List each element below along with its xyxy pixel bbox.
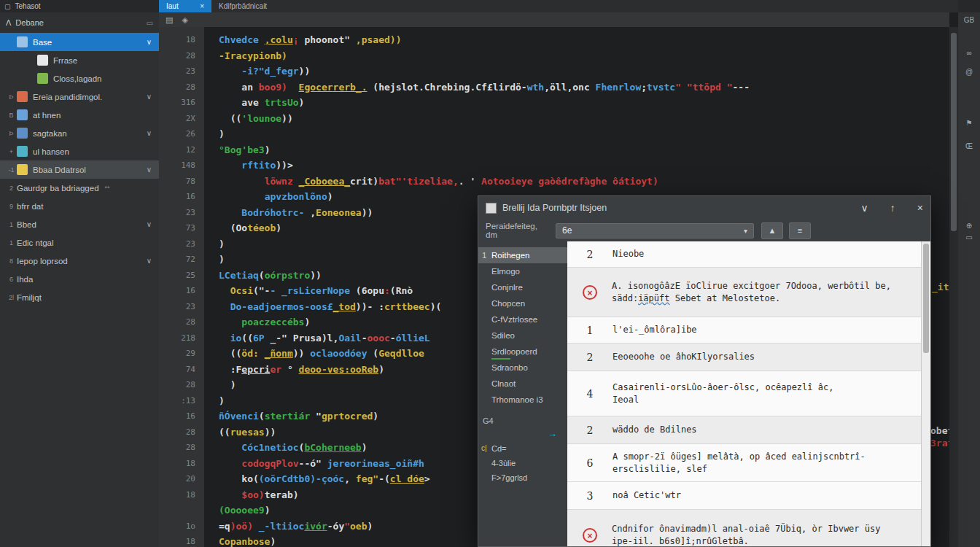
dialog-category-item[interactable]: Trhomanoe i3: [478, 392, 567, 408]
code-line[interactable]: 23 -i?"d_fegr)): [159, 63, 949, 79]
line-number: 2X: [159, 111, 204, 127]
dialog-scrollbar-thumb[interactable]: [923, 244, 929, 353]
sidebar-item[interactable]: Base∨: [0, 33, 159, 51]
chevron-down-icon[interactable]: ∨: [147, 93, 152, 101]
filter-dropdown[interactable]: 6e ▾: [556, 223, 754, 238]
sidebar-item[interactable]: 8Iepop loprsod∨: [0, 252, 159, 270]
list-icon[interactable]: ▤: [166, 15, 173, 25]
tab-strip: Iaut × Kdifprbädnicait: [159, 0, 958, 12]
result-row[interactable]: 2Eeoeoohe oe âhoKIlyorsalies: [567, 344, 922, 371]
collapse-icon[interactable]: ∨: [861, 202, 868, 214]
line-number: 26: [159, 126, 204, 142]
sidebar-item[interactable]: 9bfrr dat: [0, 197, 159, 215]
oe-icon[interactable]: Œ: [958, 142, 980, 150]
code-line[interactable]: 316 ave trtsUo): [159, 95, 949, 111]
editor-scrollbar-thumb[interactable]: [951, 33, 957, 231]
filter-icon-button[interactable]: ▲: [761, 222, 783, 239]
tab-close-icon[interactable]: ×: [200, 2, 204, 10]
result-row[interactable]: ×Cndnifor ônavimadm)l anal-oiaê 7Übiq, ò…: [567, 510, 922, 546]
chevron-down-icon: ▾: [744, 227, 747, 235]
dialog-category-item[interactable]: Sdraonbo: [478, 360, 567, 376]
dialog-section-item[interactable]: F>7ggrlsd: [478, 470, 567, 485]
sidebar-item[interactable]: Þsagtakan∨: [0, 124, 159, 142]
code-text: rftito))>: [204, 158, 293, 174]
sidebar-item[interactable]: 1Bbed∨: [0, 215, 159, 233]
code-line[interactable]: 28-Iracypionb): [159, 48, 949, 64]
dialog-category-item[interactable]: Clnaot: [478, 376, 567, 392]
dialog-category-label: Elmogo: [491, 267, 520, 276]
diamond-icon[interactable]: ◈: [182, 15, 187, 25]
result-row[interactable]: 1l'ei-_ômlôra]ibe: [567, 317, 922, 344]
expand-icon[interactable]: ↑: [890, 202, 895, 214]
flag-icon[interactable]: ⚑: [958, 119, 980, 127]
result-text: l'ei-_ômlôra]ibe: [612, 324, 703, 336]
code-line[interactable]: 148 rftito))>: [159, 158, 949, 174]
result-row[interactable]: ×A. isonogôâzE ïoClirue excitgoer 7Odooa…: [567, 268, 922, 317]
tab-active[interactable]: Iaut ×: [159, 0, 211, 12]
file-icon: [17, 128, 28, 139]
dialog-category-item[interactable]: Chopcen: [478, 295, 567, 311]
chevron-down-icon[interactable]: ∨: [147, 129, 152, 137]
sidebar-item-label: Closs,lagadn: [53, 74, 101, 83]
dialog-category-item[interactable]: 1Roithegen: [478, 247, 567, 263]
dialog-category-item[interactable]: Elmogo: [478, 263, 567, 279]
chevron-down-icon[interactable]: ∨: [147, 38, 152, 46]
dialog-category-item[interactable]: Sdileo: [478, 327, 567, 344]
line-number: 29: [159, 346, 204, 362]
dialog-category-item[interactable]: Conjnlre: [478, 279, 567, 295]
line-number: 23: [159, 63, 204, 79]
code-line[interactable]: 2X (('lounoe)): [159, 111, 949, 127]
editor-scrollbar[interactable]: [949, 27, 958, 547]
sidebar-item-label: Base: [33, 38, 52, 47]
dialog-title: Brellij Ida Pornbptr Itsjoen: [502, 203, 607, 213]
sidebar-item-label: Edic ntgal: [17, 238, 54, 247]
tab-inactive[interactable]: Kdifprbädnicait: [211, 0, 274, 12]
sidebar-item[interactable]: 6Ihda: [0, 270, 159, 288]
sidebar-item[interactable]: +ul hansen: [0, 142, 159, 160]
item-prefix: 6: [6, 276, 17, 283]
result-text: A. isonogôâzE ïoClirue excitgoer 7Odooa,…: [612, 280, 897, 305]
code-line[interactable]: 78 löwnz _Coboeea_crit)bat"'tizeliae,. '…: [159, 174, 949, 190]
db-icon[interactable]: GB: [958, 16, 980, 24]
close-icon[interactable]: ×: [917, 202, 923, 214]
sidebar-item[interactable]: ÞEreia pandidimgol.∨: [0, 88, 159, 106]
list-icon-button[interactable]: ≡: [789, 222, 811, 239]
result-row[interactable]: 4Casairenli-orsLûo-âoer-ôlsc, ocêapezlî …: [567, 371, 922, 416]
code-line[interactable]: 12°Bog'be3): [159, 142, 949, 158]
infinity-icon[interactable]: ∞: [958, 49, 980, 57]
code-line[interactable]: 18Chvedce ,colu¡ phoonot" ,psaed)): [159, 32, 949, 48]
sidebar-item[interactable]: 1Edic ntgal: [0, 233, 159, 252]
result-row[interactable]: 3noâ Cetic'wtr: [567, 482, 922, 510]
result-row[interactable]: 6A smopr-2ï ôüges] melâtà, op âced ealin…: [567, 444, 922, 482]
sidebar-item[interactable]: 2lFmiljqt: [0, 288, 159, 306]
dialog-category-item[interactable]: C-fVztrlosee: [478, 311, 567, 327]
sidebar-item[interactable]: Bat hnen: [0, 106, 159, 124]
item-prefix: Þ: [6, 130, 17, 137]
code-text: $oo)terab): [204, 487, 299, 503]
chevron-down-icon[interactable]: ∨: [147, 257, 152, 265]
sidebar-item[interactable]: 2Gaurdgr ba bdriagged**: [0, 179, 159, 197]
item-prefix: 8: [6, 257, 17, 265]
sidebar-item[interactable]: -1Bbaa Ddatrsol∨: [0, 160, 159, 179]
code-text: ave trtsUo): [204, 95, 304, 111]
code-line[interactable]: 28 an boo9) Egocerrerb_. (hejslot.Chrebi…: [159, 79, 949, 96]
dialog-section-label: G4: [478, 414, 567, 428]
minimize-icon[interactable]: ▭: [147, 19, 153, 27]
code-line[interactable]: 26): [159, 126, 949, 142]
clip-icon[interactable]: ⊕: [958, 222, 980, 230]
dialog-section-item[interactable]: 4-3ùlie: [478, 456, 567, 470]
line-number: 28: [159, 48, 204, 64]
frame-icon[interactable]: ▭: [958, 233, 980, 241]
dialog-category-label: Roithegen: [491, 251, 529, 260]
ripple-icon[interactable]: @: [958, 68, 980, 76]
dialog-scrollbar[interactable]: [921, 241, 930, 546]
sidebar-item[interactable]: Frrase: [0, 51, 159, 69]
result-row[interactable]: 2Nieobe: [567, 241, 922, 268]
result-row[interactable]: 2wäddo de Bdilnes: [567, 416, 922, 444]
dialog-section-item[interactable]: c|Cd=: [478, 441, 567, 456]
chevron-down-icon[interactable]: ∨: [147, 220, 152, 228]
code-text: an boo9) Egocerrerb_. (hejslot.Chrebing.…: [204, 79, 750, 96]
dialog-category-item[interactable]: Srdloopoerd: [478, 344, 567, 360]
chevron-down-icon[interactable]: ∨: [147, 166, 152, 174]
sidebar-item[interactable]: Closs,lagadn: [0, 69, 159, 88]
